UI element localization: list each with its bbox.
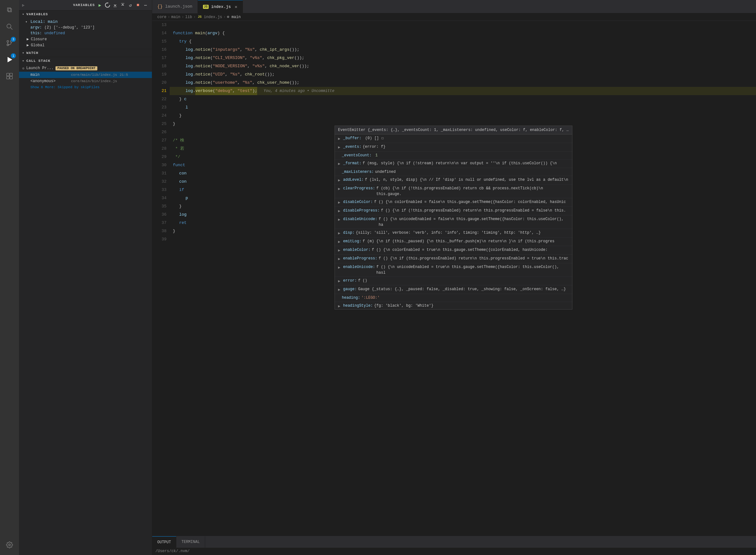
tab-index-label: index.js — [211, 4, 231, 9]
sidebar: ▷ VARIABLES ▶ ↺ ■ ⋯ — [19, 0, 152, 555]
step-out-button[interactable] — [120, 2, 126, 8]
activity-bar: ⧉ 3 1 — [0, 0, 19, 555]
hover-item-enableprogress[interactable]: ▶ enableProgress: f () {\n if (this.prog… — [335, 255, 572, 263]
hover-item-emitlog[interactable]: ▶ emitLog: f (m) {\n if (this._paused) {… — [335, 238, 572, 246]
variables-chevron: ▾ — [22, 12, 25, 16]
code-line-13 — [170, 21, 756, 29]
debug-activity-icon[interactable]: 1 — [2, 52, 17, 67]
hover-item-events[interactable]: ▶ _events: {error: f} — [335, 143, 572, 152]
hover-item-eventscount[interactable]: _eventsCount: 1 — [335, 152, 572, 160]
hover-item-disp[interactable]: ▶ disp: {silly: 'sill', verbose: 'verb',… — [335, 229, 572, 238]
svg-point-4 — [7, 41, 9, 42]
callstack-content: ⚙ Launch Pr... PAUSED ON BREAKPOINT main… — [19, 65, 152, 555]
watch-section-header[interactable]: ▾ WATCH — [19, 49, 152, 57]
hover-item-enableunicode[interactable]: ▶ enableUnicode: f () {\n unicodeEnabled… — [335, 263, 572, 277]
restart-button[interactable]: ↺ — [127, 2, 134, 8]
code-area[interactable]: function main ( argv ) { try { log.notic… — [170, 21, 756, 536]
hover-item-buffer[interactable]: ▶ _buffer: (0) [] ☐ — [335, 134, 572, 143]
files-activity-icon[interactable]: ⧉ — [2, 3, 17, 18]
svg-marker-6 — [8, 57, 12, 62]
this-value: undefined — [44, 31, 65, 36]
breadcrumb-sep-3: › — [193, 15, 196, 19]
stack-file-anon: core/main/bin/index.js — [71, 79, 117, 83]
tab-terminal[interactable]: TERMINAL — [176, 536, 205, 548]
editor-area: 13 14 15 16 17 18 19 20 21 22 23 24 25 2… — [152, 21, 756, 536]
svg-point-11 — [8, 544, 10, 546]
callstack-section: ▾ CALL STACK ⚙ Launch Pr... PAUSED ON BR… — [19, 57, 152, 555]
stack-group-name: Launch Pr... — [26, 66, 54, 71]
hover-item-error[interactable]: ▶ error: f () — [335, 277, 572, 286]
breadcrumb-main-fn[interactable]: ⊙ main — [227, 14, 241, 19]
hover-popup[interactable]: EventEmitter {_events: {…}, _eventsCount… — [335, 126, 572, 309]
argv-value: (2) ['--debug', '123'] — [44, 26, 94, 30]
global-group[interactable]: ▶ Global — [19, 42, 152, 48]
hover-item-maxlisteners[interactable]: _maxListeners: undefined — [335, 168, 572, 176]
more-button[interactable]: ⋯ — [142, 2, 149, 8]
svg-line-1 — [10, 28, 12, 30]
continue-button[interactable]: ▶ — [97, 2, 103, 8]
code-line-18: log.notice("NODE_VERSION", "v%s", chk_no… — [170, 62, 756, 71]
callstack-label: CALL STACK — [26, 59, 50, 63]
debug-toolbar: ▷ VARIABLES ▶ ↺ ■ ⋯ — [19, 0, 152, 10]
tabs-bar: {} launch.json JS index.js ✕ — [152, 0, 756, 13]
hover-item-gauge[interactable]: ▶ gauge: Gauge {_status: {…}, _paused: f… — [335, 286, 572, 294]
stack-frame-anon[interactable]: <anonymous> core/main/bin/index.js — [19, 78, 152, 84]
js-icon: JS — [203, 5, 209, 9]
closure-label: Closure — [31, 37, 47, 42]
hover-item-clearprogress[interactable]: ▶ clearProgress: f (cb) {\n if (!this.pr… — [335, 184, 572, 198]
panel-content: /Users/ck/.nvm/ — [152, 548, 756, 555]
svg-rect-7 — [7, 73, 9, 76]
svg-rect-8 — [10, 73, 12, 76]
stop-button[interactable]: ■ — [135, 2, 141, 8]
code-line-16: log.notice("inputargs", "%s", chk_ipt_ar… — [170, 46, 756, 54]
breadcrumb-lib[interactable]: lib — [185, 15, 192, 19]
local-label: Local: main — [31, 19, 58, 24]
local-group[interactable]: ▾ Local: main — [19, 19, 152, 25]
callstack-header[interactable]: ▾ CALL STACK — [19, 57, 152, 65]
hover-item-enablecolor[interactable]: ▶ enableColor: f () {\n colorEnabled = t… — [335, 246, 572, 255]
code-line-19: log.notice("UID", "%s", chk_root()); — [170, 71, 756, 79]
tab-output[interactable]: OUTPUT — [152, 536, 176, 548]
source-control-activity-icon[interactable]: 3 — [2, 36, 17, 51]
skip-files-link[interactable]: Show 6 More: Skipped by skipFiles — [19, 84, 152, 90]
hover-item-disableunicode[interactable]: ▶ disableUnicode: f () {\n unicodeEnable… — [335, 215, 572, 229]
hover-item-heading[interactable]: heading: ':LEGO:' — [335, 294, 572, 302]
code-line-24: } — [170, 112, 756, 120]
step-over-button[interactable] — [104, 2, 111, 8]
tab-close-icon[interactable]: ✕ — [235, 4, 237, 9]
hover-item-headingstyle[interactable]: ▶ headingStyle: {fg: 'black', bg: 'White… — [335, 302, 572, 309]
extensions-activity-icon[interactable] — [2, 69, 17, 84]
hover-item-addlevel[interactable]: ▶ addLevel: f (lvl, n, style, disp) {\n … — [335, 176, 572, 184]
variables-content: ▾ Local: main argv: (2) ['--debug', '123… — [19, 18, 152, 49]
variables-section: ▾ VARIABLES ▾ Local: main argv: (2) ['--… — [19, 10, 152, 49]
settings-activity-icon[interactable] — [2, 537, 17, 552]
panel-tabs: OUTPUT TERMINAL — [152, 536, 756, 548]
breadcrumb-indexjs[interactable]: index.js — [204, 15, 222, 19]
svg-rect-9 — [7, 77, 9, 79]
code-line-23: l — [170, 103, 756, 112]
line-numbers: 13 14 15 16 17 18 19 20 21 22 23 24 25 2… — [152, 21, 170, 536]
variables-section-header[interactable]: ▾ VARIABLES — [19, 10, 152, 18]
tab-launch-json[interactable]: {} launch.json — [152, 0, 198, 13]
stack-group-icon: ⚙ — [22, 66, 25, 71]
hover-item-format[interactable]: ▶ _format: f (msg, style) {\n if (!strea… — [335, 160, 572, 168]
tab-index-js[interactable]: JS index.js ✕ — [198, 0, 243, 13]
svg-point-0 — [7, 24, 11, 28]
paused-badge: PAUSED ON BREAKPOINT — [55, 66, 97, 71]
step-into-button[interactable] — [112, 2, 118, 8]
variables-header-label: VARIABLES — [73, 3, 95, 7]
source-control-badge: 3 — [11, 37, 16, 42]
breadcrumb-js-icon: JS — [197, 15, 203, 19]
hover-header: EventEmitter {_events: {…}, _eventsCount… — [335, 126, 572, 134]
hover-item-disableprogress[interactable]: ▶ disableProgress: f () {\n if (!this.pr… — [335, 207, 572, 215]
breadcrumb-core[interactable]: core — [157, 15, 167, 19]
search-activity-icon[interactable] — [2, 19, 17, 34]
stack-func-main: main — [31, 73, 69, 77]
stack-file-main: core/main/lib/index.js — [71, 73, 117, 77]
breadcrumb-main[interactable]: main — [171, 15, 180, 19]
closure-group[interactable]: ▶ Closure — [19, 36, 152, 42]
stack-func-anon: <anonymous> — [31, 79, 69, 83]
stack-frame-main[interactable]: main core/main/lib/index.js 21:5 — [19, 72, 152, 78]
debug-badge: 1 — [11, 53, 16, 58]
hover-item-disablecolor[interactable]: ▶ disableColor: f () {\n colorEnabled = … — [335, 198, 572, 207]
